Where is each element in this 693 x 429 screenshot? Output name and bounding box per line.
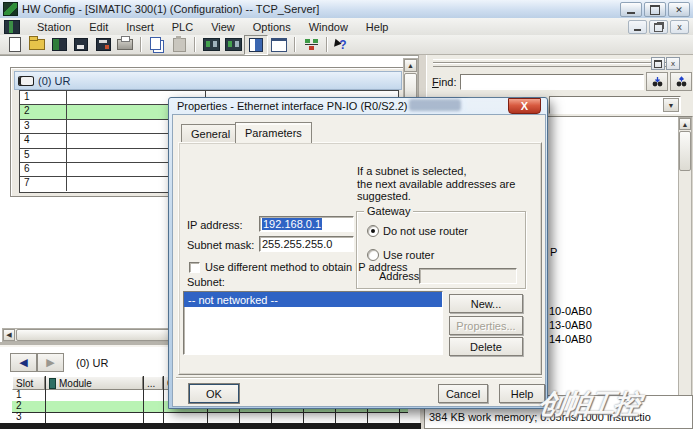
download-station-button[interactable]	[200, 36, 222, 54]
paste-button	[168, 36, 190, 54]
new-button[interactable]	[4, 36, 26, 54]
tree-scroll-thumb[interactable]	[679, 131, 691, 171]
do-not-use-router-label: Do not use router	[383, 225, 468, 237]
child-restore-button[interactable]	[649, 20, 668, 34]
save-compile-button[interactable]	[48, 36, 70, 54]
print-icon	[117, 39, 133, 50]
catalog-toggle-button[interactable]	[244, 35, 268, 55]
subnet-mask-label: Subnet mask:	[187, 239, 254, 251]
new-button[interactable]: New...	[449, 294, 523, 313]
tree-item-fragment[interactable]: 14-0AB0	[549, 333, 592, 345]
child-restore-icon	[654, 23, 663, 32]
menu-station[interactable]: Station	[28, 20, 80, 34]
subnet-listbox[interactable]: -- not networked --	[183, 291, 443, 355]
grid-line	[143, 376, 144, 423]
menu-edit[interactable]: Edit	[80, 20, 117, 34]
ip-address-field[interactable]: 192.168.0.1	[259, 216, 354, 232]
upload-station-button[interactable]	[222, 36, 244, 54]
pane-bottom-edge	[0, 423, 421, 429]
subnet-mask-value: 255.255.255.0	[262, 238, 332, 250]
save-button[interactable]	[70, 36, 92, 54]
rack-title: (0) UR	[38, 75, 70, 87]
dialog-separator	[176, 377, 542, 379]
scroll-left-icon[interactable]: ◀	[3, 329, 15, 341]
copy-button[interactable]	[146, 36, 168, 54]
subnet-mask-field[interactable]: 255.255.255.0	[259, 236, 354, 252]
open-button[interactable]	[26, 36, 48, 54]
scroll-up-icon[interactable]: ▲	[679, 118, 691, 130]
network-button[interactable]	[300, 36, 322, 54]
hint-text: the next available addresses are suggest…	[357, 178, 545, 202]
column-slot[interactable]: Slot	[12, 376, 45, 390]
column-dots[interactable]: ...	[143, 376, 163, 390]
ok-button[interactable]: OK	[189, 384, 239, 403]
toolbar-separator	[294, 37, 296, 52]
tree-item-fragment[interactable]: 13-0AB0	[549, 319, 592, 331]
subnet-item-selected[interactable]: -- not networked --	[184, 292, 442, 307]
properties-button: Properties...	[449, 316, 523, 335]
column-module[interactable]: Module	[45, 376, 143, 390]
cancel-button[interactable]: Cancel	[438, 384, 488, 403]
menu-insert[interactable]: Insert	[117, 20, 163, 34]
download-button[interactable]	[92, 36, 114, 54]
child-close-icon: x	[677, 22, 682, 32]
catalog-close-button[interactable]: x	[666, 57, 680, 70]
find-up-button[interactable]	[670, 72, 692, 91]
title-bar: HW Config - [SIMATIC 300(1) (Configurati…	[0, 0, 693, 19]
catalog-restore-button[interactable]	[651, 57, 665, 70]
nav-back-button[interactable]: ◀	[10, 353, 37, 372]
child-close-button[interactable]: x	[670, 20, 689, 34]
maximize-button[interactable]	[644, 2, 666, 17]
tab-parameters[interactable]: Parameters	[235, 122, 312, 143]
delete-button[interactable]: Delete	[449, 337, 523, 356]
menu-window[interactable]: Window	[300, 20, 357, 34]
app-icon	[3, 2, 18, 16]
find-next-button[interactable]	[646, 72, 668, 91]
child-minimize-button[interactable]	[628, 20, 647, 34]
restore-icon	[654, 60, 662, 68]
find-next-icon	[651, 76, 664, 88]
use-router-radio[interactable]	[367, 249, 379, 261]
scroll-up-icon[interactable]: ▲	[404, 59, 417, 72]
network-icon	[305, 39, 318, 50]
catalog-drag-handle[interactable]	[433, 63, 671, 67]
new-icon	[9, 37, 21, 52]
toolbar-separator	[326, 37, 328, 52]
do-not-use-router-radio[interactable]	[367, 225, 379, 237]
gateway-title: Gateway	[364, 205, 413, 217]
dropdown-arrow-icon[interactable]: ▼	[663, 98, 679, 112]
tree-item-fragment[interactable]: P	[550, 246, 557, 258]
station-icon	[4, 20, 20, 34]
gateway-groupbox: Gateway Do not use router Use router Add…	[356, 211, 526, 289]
close-button[interactable]: ✕	[668, 2, 690, 17]
profile-combobox[interactable]: ▼	[549, 96, 681, 114]
tab-general[interactable]: General	[181, 124, 240, 142]
print-button[interactable]	[114, 36, 136, 54]
window-layout-button[interactable]	[268, 36, 290, 54]
help-select-button[interactable]: ?	[332, 36, 354, 54]
minimize-button[interactable]	[620, 2, 642, 17]
properties-dialog: Properties - Ethernet interface PN-IO (R…	[168, 97, 548, 409]
menu-help[interactable]: Help	[357, 20, 398, 34]
paste-icon	[173, 38, 186, 52]
arrow-right-icon: ▶	[46, 356, 54, 369]
tree-scrollbar[interactable]: ▲ ▼	[678, 117, 692, 412]
bottom-rack-label: (0) UR	[76, 357, 108, 369]
menu-plc[interactable]: PLC	[163, 20, 202, 34]
dialog-body: General Parameters If a subnet is select…	[172, 114, 546, 407]
menu-view[interactable]: View	[202, 20, 244, 34]
tree-item-fragment[interactable]: 10-0AB0	[549, 305, 592, 317]
nav-forward-button[interactable]: ▶	[37, 353, 64, 372]
upload-station-icon	[225, 38, 242, 51]
toolbar-separator	[140, 37, 142, 52]
subnet-label: Subnet:	[187, 276, 225, 288]
child-minimize-icon	[634, 29, 641, 31]
menu-options[interactable]: Options	[244, 20, 300, 34]
find-input[interactable]	[460, 74, 644, 90]
hw-config-window: HW Config - [SIMATIC 300(1) (Configurati…	[0, 0, 693, 429]
rack-header[interactable]: (0) UR	[14, 71, 402, 90]
different-method-checkbox[interactable]	[189, 262, 200, 273]
module-icon	[49, 378, 56, 389]
download-icon	[96, 38, 111, 51]
dialog-close-button[interactable]: X	[508, 98, 541, 114]
